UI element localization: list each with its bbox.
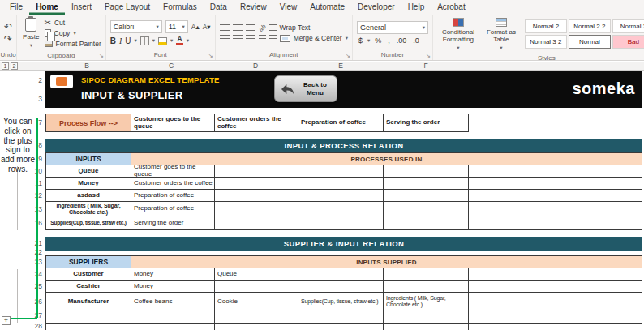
empty-cell[interactable] xyxy=(215,202,298,216)
style-normal-3-2[interactable]: Normal 3 2 xyxy=(525,35,567,49)
row-number[interactable]: 22 xyxy=(35,248,42,256)
row-number[interactable]: 23 xyxy=(35,258,42,266)
alignment-dialog-launcher[interactable]: ↘ xyxy=(346,53,350,59)
process-step-cell[interactable]: Preparation of coffee xyxy=(298,114,384,132)
row-number[interactable]: 28 xyxy=(35,322,42,330)
empty-cell[interactable] xyxy=(469,268,642,281)
empty-cell[interactable] xyxy=(469,202,642,216)
empty-cell[interactable] xyxy=(45,311,131,324)
shrink-font-button[interactable]: A▾ xyxy=(203,23,211,31)
suppliers-column-header[interactable]: SUPPLIERS xyxy=(45,255,131,268)
borders-dropdown-icon[interactable]: ▾ xyxy=(152,37,155,44)
decrease-indent-icon[interactable] xyxy=(259,35,266,41)
outline-expand-plus-button[interactable]: + xyxy=(2,316,11,325)
font-family-select[interactable]: Calibri ▾ xyxy=(110,20,162,33)
empty-cell[interactable] xyxy=(384,202,469,216)
copy-button[interactable]: Copy ▾ xyxy=(45,29,76,37)
inputs-supplied-header[interactable]: INPUTS SUPPLIED xyxy=(131,255,642,268)
empty-cell[interactable] xyxy=(215,190,298,202)
font-size-select[interactable]: 11 ▾ xyxy=(165,20,188,33)
empty-cell[interactable] xyxy=(384,190,469,202)
process-cell[interactable]: Customer goes to the queue xyxy=(131,165,215,178)
empty-cell[interactable] xyxy=(469,311,642,324)
number-dialog-launcher[interactable]: ↘ xyxy=(426,53,431,59)
column-header-e[interactable]: E xyxy=(336,62,346,71)
undo-icon[interactable]: ↶ xyxy=(4,22,12,32)
empty-cell[interactable] xyxy=(469,293,642,311)
align-bottom-icon[interactable] xyxy=(246,24,255,31)
tab-automate[interactable]: Automate xyxy=(303,0,351,15)
row-number[interactable]: 16 xyxy=(35,219,42,227)
font-color-dropdown-icon[interactable]: ▾ xyxy=(187,37,189,44)
align-top-icon[interactable] xyxy=(220,24,230,31)
tab-home[interactable]: Home xyxy=(29,0,65,15)
row-number[interactable]: 3 xyxy=(38,95,42,103)
input-supplied-cell[interactable]: Cookie xyxy=(215,293,298,311)
empty-cell[interactable] xyxy=(384,165,469,178)
orientation-icon[interactable]: ab xyxy=(257,23,268,33)
empty-cell[interactable] xyxy=(384,216,469,230)
empty-cell[interactable] xyxy=(298,165,384,178)
process-cell[interactable]: Customer orders the coffee xyxy=(131,178,215,190)
fill-color-button[interactable] xyxy=(158,37,167,45)
align-middle-icon[interactable] xyxy=(233,24,243,31)
paste-button[interactable]: Paste ▾ xyxy=(21,17,41,49)
input-cell[interactable]: Ingredients ( Milk, Sugar, Chocolate etc… xyxy=(45,202,131,216)
borders-button[interactable] xyxy=(140,36,149,45)
style-normal-3[interactable]: Normal 3 xyxy=(612,19,644,33)
process-cell[interactable]: Preparation of coffee xyxy=(131,202,215,216)
tab-developer[interactable]: Developer xyxy=(351,0,401,15)
clipboard-dialog-launcher[interactable]: ↘ xyxy=(99,53,104,59)
input-supplied-cell[interactable]: Queue xyxy=(215,268,298,281)
input-cell[interactable]: Supplies(Cup, tissue, straw etc.) xyxy=(45,216,131,230)
font-dialog-launcher[interactable]: ↘ xyxy=(208,53,213,59)
row-number[interactable]: 7 xyxy=(38,118,42,126)
empty-cell[interactable] xyxy=(131,324,215,330)
row-number[interactable]: 9 xyxy=(38,155,42,163)
input-cell[interactable]: asdasd xyxy=(45,190,131,202)
back-to-menu-button[interactable]: Back to Menu xyxy=(274,75,337,102)
row-number[interactable]: 12 xyxy=(35,191,42,199)
supplier-cell[interactable]: Manufacturer xyxy=(45,293,131,311)
increase-indent-icon[interactable] xyxy=(269,35,277,41)
input-supplied-cell[interactable]: Coffee beans xyxy=(131,293,215,311)
process-cell[interactable]: Serving the order xyxy=(131,216,215,230)
merge-center-button[interactable]: Merge & Center xyxy=(294,34,342,42)
empty-cell[interactable] xyxy=(469,165,642,178)
input-cell[interactable]: Money xyxy=(45,178,131,190)
outline-level-2-button[interactable]: 2 xyxy=(11,62,18,70)
redo-icon[interactable]: ↷ xyxy=(4,34,12,44)
input-supplied-cell[interactable]: Supplies(Cup, tissue, straw etc.) xyxy=(298,293,384,311)
column-header-f[interactable]: F xyxy=(421,62,431,71)
process-step-cell[interactable]: Customer orders the coffee xyxy=(215,114,298,132)
empty-cell[interactable] xyxy=(215,216,298,230)
empty-cell[interactable] xyxy=(384,311,469,324)
tab-page-layout[interactable]: Page Layout xyxy=(98,0,157,15)
row-number[interactable]: 8 xyxy=(38,141,42,149)
empty-cell[interactable] xyxy=(469,216,642,230)
tab-file[interactable]: File xyxy=(3,0,29,15)
style-bad[interactable]: Bad xyxy=(612,35,644,49)
tab-formulas[interactable]: Formulas xyxy=(157,0,204,15)
align-right-icon[interactable] xyxy=(246,35,255,41)
empty-cell[interactable] xyxy=(469,178,642,190)
wrap-text-button[interactable]: Wrap Text xyxy=(280,24,311,32)
empty-cell[interactable] xyxy=(469,281,642,293)
column-header-b[interactable]: B xyxy=(82,62,92,71)
input-supplied-cell[interactable]: Money xyxy=(131,268,215,281)
merge-center-dropdown-icon[interactable]: ▾ xyxy=(346,35,348,41)
supplier-cell[interactable]: Cashier xyxy=(45,281,131,293)
style-normal-2[interactable]: Normal 2 xyxy=(525,19,567,33)
outline-level-1-button[interactable]: 1 xyxy=(2,62,9,70)
empty-cell[interactable] xyxy=(469,190,642,202)
font-color-button[interactable]: A xyxy=(176,36,183,45)
process-flow-label-cell[interactable]: Process Flow --> xyxy=(45,114,131,132)
row-number[interactable]: 21 xyxy=(35,239,42,247)
empty-cell[interactable] xyxy=(131,311,215,324)
format-as-table-button[interactable]: Format as Table ▾ xyxy=(483,17,520,52)
italic-button[interactable]: I xyxy=(119,36,122,45)
empty-cell[interactable] xyxy=(384,178,469,190)
style-normal-2-2[interactable]: Normal 2 2 xyxy=(569,19,611,33)
empty-cell[interactable] xyxy=(215,324,298,330)
processes-used-in-header[interactable]: PROCESSES USED IN xyxy=(131,152,642,165)
